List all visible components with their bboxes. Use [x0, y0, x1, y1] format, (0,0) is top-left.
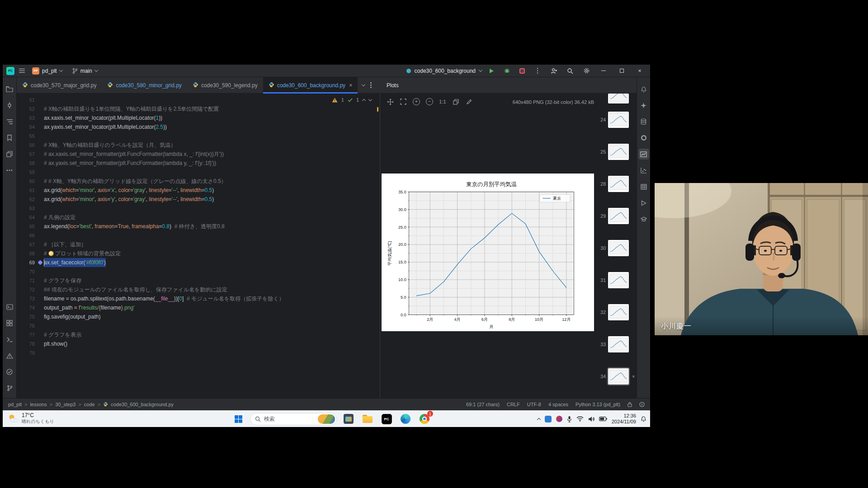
taskbar-app-explorer[interactable]: [360, 412, 375, 426]
code-line-59[interactable]: 59: [17, 168, 380, 177]
file-encoding[interactable]: UTF-8: [527, 402, 541, 407]
line-number[interactable]: 58: [17, 159, 37, 168]
debug-button[interactable]: [501, 65, 513, 77]
search-everywhere-button[interactable]: [564, 65, 576, 77]
line-number[interactable]: 63: [17, 204, 37, 213]
plot-thumbnail[interactable]: 29: [598, 208, 629, 224]
editor-tab[interactable]: code30_570_major_grid.py: [17, 77, 102, 93]
editor-tab[interactable]: code30_590_legend.py: [187, 77, 263, 93]
zoom-in-button[interactable]: +: [412, 97, 421, 106]
line-number[interactable]: 57: [17, 150, 37, 159]
code-line-53[interactable]: 53ax.xaxis.set_minor_locator(plt.Multipl…: [17, 113, 380, 122]
line-number[interactable]: 76: [17, 321, 37, 330]
code-line-71[interactable]: 71# グラフを保存: [17, 276, 380, 285]
plot-thumbnail[interactable]: 25: [598, 144, 629, 160]
tab-close-icon[interactable]: ×: [349, 82, 352, 89]
thumbnail-image[interactable]: [608, 208, 629, 224]
tray-wifi-button[interactable]: [576, 416, 584, 422]
run-config-name[interactable]: code30_600_background: [415, 68, 476, 74]
code-line-72[interactable]: 72## 現在のモジュールのファイル名を取得し、保存ファイル名を動的に設定: [17, 285, 380, 294]
line-number[interactable]: 73: [17, 294, 37, 303]
code-line-78[interactable]: 78plt.show(): [17, 339, 380, 348]
plots-tool-button[interactable]: [638, 149, 649, 160]
line-number[interactable]: 53: [17, 113, 37, 122]
hidden-tabs-chevron-icon[interactable]: [362, 83, 365, 86]
maximize-button[interactable]: [615, 65, 628, 77]
breadcrumb-item[interactable]: code: [84, 402, 95, 407]
main-menu-icon[interactable]: [19, 69, 25, 73]
taskbar-app-edge[interactable]: [398, 412, 413, 426]
commit-tool-button[interactable]: [4, 100, 15, 111]
version-control-tool-button[interactable]: [4, 383, 15, 394]
services-tool-button[interactable]: [4, 318, 15, 328]
more-run-options-button[interactable]: [532, 65, 543, 77]
line-number[interactable]: 51: [17, 95, 37, 104]
code-line-74[interactable]: 74output_path = f'results/{filename}.png…: [17, 303, 380, 312]
thumbnail-image[interactable]: [608, 272, 629, 288]
database-tool-button[interactable]: [638, 116, 649, 127]
code-line-67[interactable]: 67# ［以下、追加］: [17, 240, 380, 249]
line-number[interactable]: 59: [17, 168, 37, 177]
line-number[interactable]: 77: [17, 330, 37, 339]
plot-thumbnail[interactable]: 32: [598, 304, 629, 320]
minimize-button[interactable]: [597, 65, 610, 77]
run-button[interactable]: [486, 65, 497, 77]
recent-files-tool-button[interactable]: [4, 149, 15, 160]
code-line-57[interactable]: 57# ax.xaxis.set_minor_formatter(plt.Fun…: [17, 150, 380, 159]
structure-tool-button[interactable]: [4, 116, 15, 127]
line-number[interactable]: 56: [17, 141, 37, 150]
code-line-70[interactable]: 70: [17, 267, 380, 276]
code-line-51[interactable]: 51: [17, 95, 380, 104]
project-tool-button[interactable]: [4, 84, 15, 94]
tray-clock[interactable]: 12:36 2024/11/09: [612, 413, 636, 425]
line-number[interactable]: 60: [17, 177, 37, 186]
terminal-tool-button[interactable]: [4, 334, 15, 345]
line-number[interactable]: 78: [17, 339, 37, 348]
line-number[interactable]: 67: [17, 240, 37, 249]
line-number[interactable]: 74: [17, 303, 37, 312]
code-line-73[interactable]: 73filename = os.path.splitext(os.path.ba…: [17, 294, 380, 303]
code-with-me-button[interactable]: [548, 65, 560, 77]
line-number[interactable]: 64: [17, 213, 37, 222]
gutter-ai-icon[interactable]: [38, 260, 42, 265]
line-number[interactable]: 70: [17, 267, 37, 276]
line-number[interactable]: 66: [17, 231, 37, 240]
taskbar-app-chrome[interactable]: 1: [417, 412, 432, 426]
bookmarks-tool-button[interactable]: [4, 132, 15, 143]
plot-thumbnail[interactable]: [598, 94, 629, 103]
thumbnail-image[interactable]: [608, 176, 629, 192]
plot-thumbnail[interactable]: 34×: [598, 368, 635, 385]
code-line-58[interactable]: 58# ax.yaxis.set_minor_formatter(plt.Fun…: [17, 159, 380, 168]
line-number[interactable]: 61: [17, 186, 37, 195]
code-line-56[interactable]: 56# X軸、Y軸の補助目盛りのラベルを設定（月、気温）: [17, 141, 380, 150]
code-line-65[interactable]: 65ax.legend(loc='best', frameon=True, fr…: [17, 222, 380, 231]
plot-thumbnail[interactable]: 28: [598, 176, 629, 192]
editor-tab[interactable]: code30_600_background.py×: [263, 77, 358, 93]
python-console-tool-button[interactable]: [4, 301, 15, 312]
code-line-69[interactable]: 69ax.set_facecolor('#f0f0f0'): [17, 258, 380, 267]
notifications-tool-button[interactable]: [638, 84, 649, 94]
todo-tool-button[interactable]: [4, 366, 15, 377]
weather-widget[interactable]: 17°C 晴れのちくもり: [7, 412, 54, 425]
more-tools-button[interactable]: [4, 165, 15, 176]
code-line-77[interactable]: 77# グラフを表示: [17, 330, 380, 339]
code-line-54[interactable]: 54ax.yaxis.set_minor_locator(plt.Multipl…: [17, 122, 380, 131]
run-tool-button[interactable]: [638, 197, 649, 208]
breadcrumb-item[interactable]: pd_plt: [8, 402, 22, 407]
thumbnail-image[interactable]: [608, 368, 629, 385]
thumbnail-image[interactable]: [608, 240, 629, 256]
intention-bulb-icon[interactable]: [48, 251, 54, 256]
stop-button[interactable]: [516, 65, 528, 77]
tray-app-icon-1[interactable]: [545, 416, 552, 422]
code-line-64[interactable]: 64# 凡例の設定: [17, 213, 380, 222]
code-line-66[interactable]: 66: [17, 231, 380, 240]
tab-options-icon[interactable]: [370, 82, 372, 88]
project-selector[interactable]: PP pd_plt: [29, 66, 65, 76]
start-button[interactable]: [231, 412, 245, 426]
info-icon[interactable]: [639, 402, 645, 407]
thumbnail-image[interactable]: [608, 94, 629, 103]
code-line-61[interactable]: 61ax.grid(which='minor', axis='x', color…: [17, 186, 380, 195]
sciview-tool-button[interactable]: [638, 165, 649, 176]
code-line-63[interactable]: 63: [17, 204, 380, 213]
breadcrumb-item[interactable]: code30_600_background.py: [111, 402, 174, 407]
